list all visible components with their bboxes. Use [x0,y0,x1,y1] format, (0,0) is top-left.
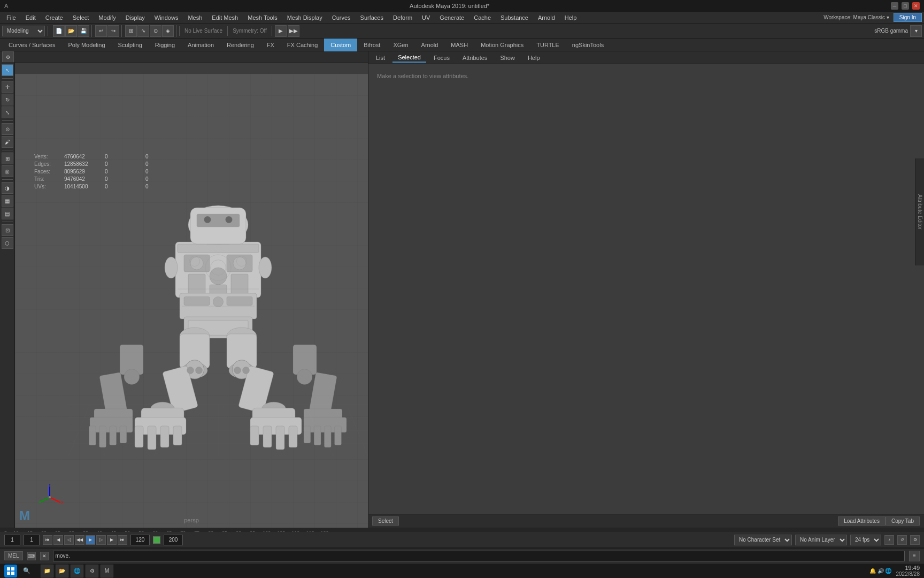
menu-select[interactable]: Select [68,13,94,22]
end-frame-input[interactable] [130,535,150,545]
render-btn[interactable]: ▶ [275,25,287,37]
keyframe-indicator[interactable] [153,536,160,544]
lasso-tool[interactable]: ⊙ [2,123,13,135]
tab-turtle[interactable]: TURTLE [530,39,566,51]
snap-grid[interactable]: ⊞ [125,25,137,37]
tab-motion-graphics[interactable]: Motion Graphics [474,39,530,51]
snap-btn[interactable]: ⊞ [2,153,13,164]
tab-fx[interactable]: FX [260,39,281,51]
menu-surfaces[interactable]: Surfaces [356,13,388,22]
save-button[interactable]: 💾 [78,25,89,37]
taskbar-app-4[interactable]: ⚙ [86,565,98,577]
attr-tab-selected[interactable]: Selected [392,53,426,63]
move-tool[interactable]: ✛ [2,81,13,93]
script-editor-button[interactable]: ≡ [909,551,920,561]
taskbar-app-maya[interactable]: M [101,565,113,577]
paint-tool[interactable]: 🖌 [2,136,13,148]
menu-mesh-display[interactable]: Mesh Display [283,13,327,22]
play-back-button[interactable]: ◀◀ [75,535,84,545]
color-space-dropdown[interactable]: ▾ [910,25,922,37]
snap-surface[interactable]: ◈ [162,25,174,37]
shelf-settings[interactable]: ⚙ [2,51,14,63]
snap-point[interactable]: ⊙ [150,25,161,37]
menu-edit[interactable]: Edit [21,13,40,22]
menu-mesh-tools[interactable]: Mesh Tools [243,13,281,22]
load-attributes-button[interactable]: Load Attributes [838,516,886,526]
go-end-button[interactable]: ⏭ [118,535,127,545]
maximize-button[interactable]: □ [902,2,909,10]
tab-rigging[interactable]: Rigging [149,39,181,51]
start-frame-input[interactable] [24,535,40,545]
char-set-dropdown[interactable]: No Character Set [734,535,792,545]
play-forward-button[interactable]: ▶ [86,535,95,545]
next-key-button[interactable]: ▷ [96,535,106,545]
menu-substance[interactable]: Substance [496,13,533,22]
windows-button[interactable] [4,565,17,577]
select-button[interactable]: Select [372,516,399,526]
redo-button[interactable]: ↪ [107,25,119,37]
cmd-input[interactable] [53,551,905,561]
cmd-close-button[interactable]: ✕ [40,552,49,560]
wire-btn[interactable]: ⬡ [2,237,13,249]
close-button[interactable]: ✕ [912,2,920,10]
menu-modify[interactable]: Modify [94,13,120,22]
open-button[interactable]: 📂 [65,25,77,37]
select-tool[interactable]: ↖ [2,64,13,76]
menu-edit-mesh[interactable]: Edit Mesh [207,13,242,22]
tab-ngskintools[interactable]: ngSkinTools [566,39,610,51]
anim-layer-dropdown[interactable]: No Anim Layer [795,535,847,545]
tab-poly-modeling[interactable]: Poly Modeling [61,39,111,51]
tab-arnold[interactable]: Arnold [415,39,445,51]
render-view-btn[interactable]: ▦ [2,195,13,207]
workspace-label[interactable]: Workspace: Maya Classic ▾ [823,14,889,20]
next-frame-button[interactable]: ▶ [107,535,117,545]
show-hide-btn[interactable]: ◑ [2,182,13,194]
viewport[interactable]: Verts: 4760642 0 0 Edges: 12858632 0 0 F… [15,74,368,528]
menu-mesh[interactable]: Mesh [183,13,206,22]
attr-tab-attributes[interactable]: Attributes [457,54,492,62]
new-button[interactable]: 📄 [53,25,65,37]
quick-layout-btn[interactable]: ▤ [2,208,13,219]
menu-arnold[interactable]: Arnold [534,13,559,22]
prev-frame-button[interactable]: ◀ [53,535,63,545]
sign-in-button[interactable]: Sign In [894,13,922,22]
playback-settings[interactable]: ⚙ [910,535,920,545]
window-controls[interactable]: ─ □ ✕ [891,2,920,10]
audio-button[interactable]: ♪ [884,535,894,545]
menu-display[interactable]: Display [121,13,149,22]
menu-curves[interactable]: Curves [328,13,355,22]
taskbar-app-2[interactable]: 📂 [56,565,68,577]
menu-create[interactable]: Create [41,13,67,22]
soft-select-btn[interactable]: ◎ [2,165,13,177]
tab-animation[interactable]: Animation [181,39,220,51]
loop-button[interactable]: ↺ [897,535,907,545]
xray-btn[interactable]: ⊡ [2,224,13,236]
undo-button[interactable]: ↩ [95,25,107,37]
tab-rendering[interactable]: Rendering [220,39,260,51]
tab-custom[interactable]: Custom [324,39,357,51]
scale-tool[interactable]: ⤡ [2,107,13,118]
menu-help[interactable]: Help [560,13,581,22]
taskbar-app-1[interactable]: 📁 [41,565,53,577]
snap-curve[interactable]: ∿ [137,25,149,37]
rotate-tool[interactable]: ↻ [2,94,13,105]
max-frame-input[interactable] [164,535,183,545]
attr-tab-help[interactable]: Help [522,54,545,62]
tab-sculpting[interactable]: Sculpting [112,39,149,51]
tab-xgen[interactable]: XGen [387,39,414,51]
copy-tab-button[interactable]: Copy Tab [886,516,920,526]
search-taskbar-icon[interactable]: 🔍 [21,566,32,576]
fps-dropdown[interactable]: 24 fps [850,535,881,545]
taskbar-app-3[interactable]: 🌐 [71,565,83,577]
menu-generate[interactable]: Generate [435,13,468,22]
menu-file[interactable]: File [2,13,20,22]
tab-mash[interactable]: MASH [444,39,474,51]
attr-tab-focus[interactable]: Focus [428,54,455,62]
attr-tab-list[interactable]: List [371,54,390,62]
go-start-button[interactable]: ⏮ [43,535,52,545]
minimize-button[interactable]: ─ [891,2,898,10]
cmd-expand-button[interactable]: ⌨ [27,552,36,560]
menu-deform[interactable]: Deform [389,13,417,22]
attr-tab-show[interactable]: Show [495,54,520,62]
render-seq-btn[interactable]: ▶▶ [288,25,299,37]
